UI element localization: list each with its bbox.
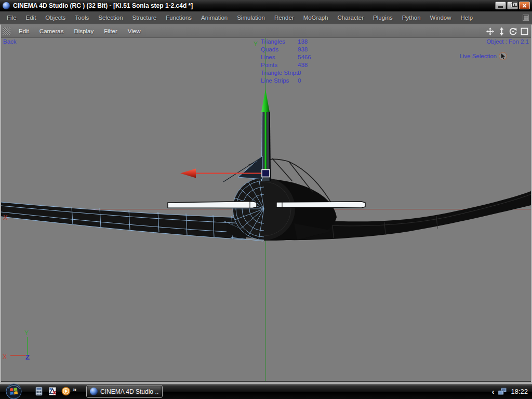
- menu-animation[interactable]: Animation: [196, 12, 232, 23]
- menu-plugins[interactable]: Plugins: [368, 12, 397, 23]
- calculator-icon[interactable]: [34, 387, 44, 396]
- live-selection-icon: [499, 52, 507, 60]
- stat-value: 938: [298, 46, 311, 54]
- viewport-menu-cameras[interactable]: Cameras: [34, 26, 69, 36]
- stat-row: Triangle Strips0: [261, 69, 311, 77]
- menu-render[interactable]: Render: [270, 12, 299, 23]
- world-x-label: X: [3, 214, 8, 221]
- menu-window[interactable]: Window: [425, 12, 456, 23]
- gizmo-z-label: Z: [25, 353, 30, 361]
- viewport-panel: EditCamerasDisplayFilterView: [0, 24, 532, 384]
- viewport-stats: Triangles138Quads938Lines5466Points438Tr…: [261, 38, 311, 85]
- menu-character[interactable]: Character: [333, 12, 369, 23]
- stat-label: Quads: [261, 46, 298, 54]
- stat-value: 438: [298, 61, 311, 69]
- stat-value: 0: [298, 69, 311, 77]
- pan-icon[interactable]: [486, 27, 495, 36]
- stat-label: Line Strips: [261, 77, 298, 85]
- graphics-app-icon[interactable]: [48, 387, 57, 396]
- x-axis-arrowhead[interactable]: [180, 169, 196, 178]
- start-button[interactable]: [6, 383, 22, 399]
- maximize-icon[interactable]: [520, 27, 529, 36]
- menu-bar-items: FileEditObjectsToolsSelectionStructureFu…: [2, 12, 477, 23]
- viewport-canvas[interactable]: Y X Y X Z: [1, 38, 531, 381]
- media-player-icon[interactable]: [61, 387, 71, 396]
- gizmo-center-handle[interactable]: [262, 170, 270, 177]
- y-axis-arrowhead[interactable]: [261, 89, 270, 112]
- minimize-icon: [498, 6, 503, 8]
- menu-selection[interactable]: Selection: [94, 12, 127, 23]
- active-tool-indicator: Live Selection: [459, 52, 507, 60]
- viewport[interactable]: Y X Y X Z Back Triangles138Quads938Lines…: [1, 38, 531, 381]
- world-y-label: Y: [254, 41, 258, 48]
- restore-button[interactable]: [507, 2, 518, 9]
- tray-collapse-chevron[interactable]: ‹: [492, 388, 495, 396]
- menu-edit[interactable]: Edit: [21, 12, 41, 23]
- window-title: CINEMA 4D Studio (RC ) (32 Bit) - [Ki.51…: [13, 2, 193, 9]
- taskbar-task-button[interactable]: CINEMA 4D Studio ...: [86, 385, 163, 398]
- viewport-menu-bar: EditCamerasDisplayFilterView: [1, 24, 531, 38]
- menu-file[interactable]: File: [2, 12, 21, 23]
- menu-mograph[interactable]: MoGraph: [299, 12, 333, 23]
- stat-label: Lines: [261, 54, 298, 61]
- cinema4d-app-icon: [90, 388, 98, 395]
- app-icon: [3, 2, 10, 9]
- quick-launch-overflow-chevron[interactable]: »: [73, 385, 76, 393]
- stat-row: Quads938: [261, 46, 311, 54]
- stat-value: 0: [298, 77, 311, 85]
- task-button-label: CINEMA 4D Studio ...: [100, 388, 159, 395]
- close-icon: [522, 3, 527, 8]
- layout-grid-icon[interactable]: [523, 15, 529, 21]
- taskbar-clock: 18:22: [511, 388, 528, 395]
- stat-row: Triangles138: [261, 38, 311, 46]
- menu-simulation[interactable]: Simulation: [232, 12, 270, 23]
- menu-structure[interactable]: Structure: [128, 12, 162, 23]
- close-button[interactable]: [519, 2, 530, 9]
- viewport-menu-display[interactable]: Display: [69, 26, 99, 36]
- stat-row: Points438: [261, 61, 311, 69]
- menu-objects[interactable]: Objects: [41, 12, 70, 23]
- gizmo-x-label: X: [3, 353, 7, 361]
- system-tray: ‹ 18:22: [492, 384, 528, 399]
- stat-value: 5466: [298, 54, 311, 61]
- stat-row: Lines5466: [261, 54, 311, 61]
- viewport-menu-items: EditCamerasDisplayFilterView: [14, 26, 145, 36]
- taskbar: » CINEMA 4D Studio ... ‹ 18:22: [0, 384, 532, 399]
- menu-tools[interactable]: Tools: [70, 12, 94, 23]
- viewport-menu-filter[interactable]: Filter: [99, 26, 123, 36]
- viewport-menu-view[interactable]: View: [123, 26, 146, 36]
- menu-functions[interactable]: Functions: [161, 12, 196, 23]
- tool-name-label: Live Selection: [459, 53, 497, 59]
- stat-label: Points: [261, 61, 298, 69]
- stat-label: Triangle Strips: [261, 69, 298, 77]
- orientation-gizmo: Y X Z: [3, 329, 30, 361]
- title-bar: CINEMA 4D Studio (RC ) (32 Bit) - [Ki.51…: [0, 0, 532, 11]
- view-name-label: Back: [3, 38, 17, 45]
- restore-icon: [511, 4, 515, 7]
- network-icon[interactable]: [498, 388, 507, 396]
- rotate-icon[interactable]: [509, 27, 517, 36]
- quick-launch-bar: [34, 387, 71, 396]
- stat-label: Triangles: [261, 38, 298, 46]
- active-object-label: Object : Fon 2.1: [486, 38, 529, 45]
- stat-value: 138: [298, 38, 311, 46]
- minimize-button[interactable]: [495, 2, 506, 9]
- stat-row: Line Strips0: [261, 77, 311, 85]
- menu-python[interactable]: Python: [397, 12, 425, 23]
- menu-bar: FileEditObjectsToolsSelectionStructureFu…: [0, 11, 532, 24]
- panel-grip-icon[interactable]: [3, 28, 10, 35]
- gizmo-y-label: Y: [24, 329, 29, 337]
- dolly-icon[interactable]: [497, 27, 506, 36]
- menu-help[interactable]: Help: [456, 12, 478, 23]
- viewport-menu-edit[interactable]: Edit: [14, 26, 34, 36]
